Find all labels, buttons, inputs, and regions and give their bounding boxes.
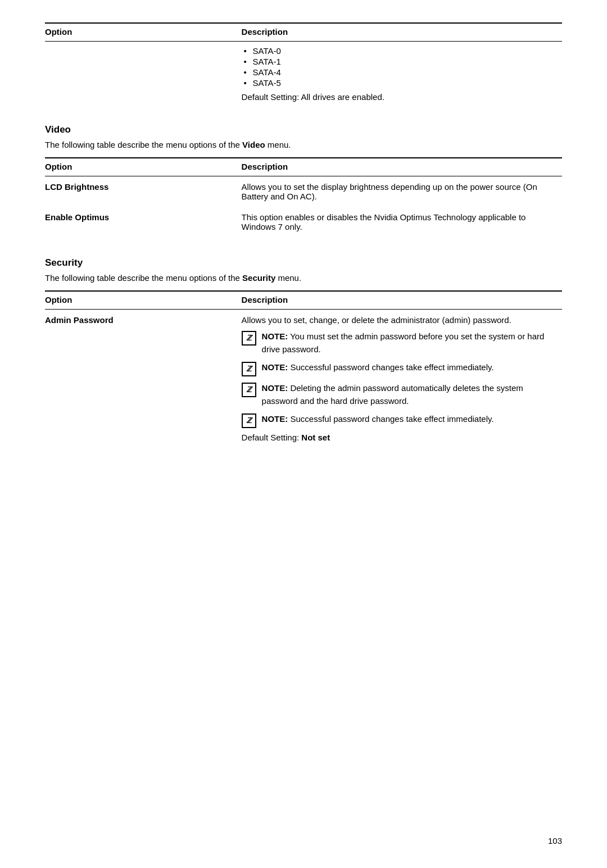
enable-optimus-desc: This option enables or disables the Nvid… [242,207,562,237]
default-value: Not set [301,433,330,442]
note-content-4: Successful password changes take effect … [290,414,493,424]
note-label-1: NOTE: [262,331,288,341]
desc-cell: SATA-0 SATA-1 SATA-4 SATA-5 Default Sett… [242,42,562,107]
video-intro: The following table describe the menu op… [45,140,562,149]
note-icon-1: ℤ [242,331,256,346]
list-item: SATA-5 [242,78,556,88]
video-desc-header: Description [242,158,562,176]
note-text-2: NOTE: Successful password changes take e… [262,361,494,374]
security-desc-header: Description [242,291,562,310]
note-icon-4: ℤ [242,413,256,428]
note-label-3: NOTE: [262,383,288,393]
lcd-brightness-desc: Allows you to set the display brightness… [242,176,562,207]
admin-password-desc-cell: Allows you to set, change, or delete the… [242,310,562,448]
note-text-4: NOTE: Successful password changes take e… [262,413,494,426]
default-setting-text: Default Setting: All drives are enabled. [242,92,556,102]
video-heading: Video [45,124,562,135]
enable-optimus-option: Enable Optimus [45,207,242,237]
note-box-4: ℤ NOTE: Successful password changes take… [242,413,556,428]
security-intro-end: menu. [275,273,301,283]
security-section: Security The following table describe th… [45,257,562,448]
note-content-1: You must set the admin password before y… [262,331,545,354]
security-intro-text: The following table describe the menu op… [45,273,242,283]
security-intro: The following table describe the menu op… [45,273,562,283]
admin-password-option: Admin Password [45,310,242,448]
video-table: Option Description LCD Brightness Allows… [45,157,562,237]
table-row: Admin Password Allows you to set, change… [45,310,562,448]
table-row: LCD Brightness Allows you to set the dis… [45,176,562,207]
lcd-brightness-option: LCD Brightness [45,176,242,207]
list-item: SATA-1 [242,57,556,66]
list-item: SATA-4 [242,67,556,77]
top-continuation-table: Option Description SATA-0 SATA-1 SATA-4 … [45,22,562,106]
video-option-header: Option [45,158,242,176]
security-table: Option Description Admin Password Allows… [45,290,562,448]
note-box-2: ℤ NOTE: Successful password changes take… [242,361,556,376]
note-icon-3: ℤ [242,383,256,397]
top-desc-header: Description [242,23,562,42]
list-item: SATA-0 [242,46,556,56]
note-content-3: Deleting the admin password automaticall… [262,383,523,406]
page-number: 103 [548,836,562,846]
note-text-3: NOTE: Deleting the admin password automa… [262,382,556,407]
security-option-header: Option [45,291,242,310]
video-section: Video The following table describe the m… [45,124,562,237]
admin-password-default: Default Setting: Not set [242,433,556,442]
security-heading: Security [45,257,562,269]
intro-end: menu. [265,140,291,149]
intro-bold: Video [242,140,265,149]
note-text-1: NOTE: You must set the admin password be… [262,330,556,356]
note-box-1: ℤ NOTE: You must set the admin password … [242,330,556,356]
lcd-brightness-label: LCD Brightness [45,182,108,192]
sata-list: SATA-0 SATA-1 SATA-4 SATA-5 [242,46,556,88]
note-icon-2: ℤ [242,362,256,376]
option-cell [45,42,242,107]
admin-password-desc: Allows you to set, change, or delete the… [242,315,556,325]
note-label-2: NOTE: [262,362,288,372]
table-row: Enable Optimus This option enables or di… [45,207,562,237]
top-option-header: Option [45,23,242,42]
enable-optimus-label: Enable Optimus [45,212,109,222]
table-row: SATA-0 SATA-1 SATA-4 SATA-5 Default Sett… [45,42,562,107]
note-box-3: ℤ NOTE: Deleting the admin password auto… [242,382,556,407]
security-intro-bold: Security [242,273,275,283]
note-content-2: Successful password changes take effect … [290,362,493,372]
admin-password-label: Admin Password [45,315,114,325]
intro-text: The following table describe the menu op… [45,140,242,149]
note-label-4: NOTE: [262,414,288,424]
